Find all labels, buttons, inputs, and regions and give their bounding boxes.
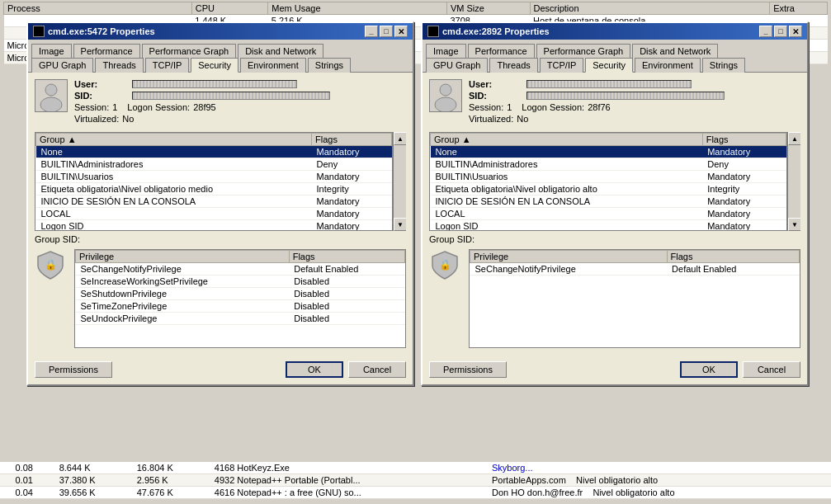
table-row[interactable]: SeIncreaseWorkingSetPrivilege Disabled — [76, 276, 405, 288]
table-row[interactable]: SeChangeNotifyPrivilege Default Enabled — [76, 263, 405, 276]
table-row: 0.04 39.656 K 47.676 K 4616 Notepad++ : … — [0, 487, 831, 499]
virtualized-value: No — [517, 114, 528, 124]
flags-col-header[interactable]: Flags — [702, 134, 786, 146]
privilege-table: Privilege Flags SeChangeNotifyPrivilege … — [470, 250, 800, 276]
table-row[interactable]: SeUndockPrivilege Disabled — [76, 313, 405, 325]
table-row[interactable]: Etiqueta obligatoria\Nivel obligatorio m… — [36, 183, 392, 195]
user-row: User: — [469, 79, 800, 89]
tab-performance-graph[interactable]: Performance Graph — [536, 44, 631, 58]
table-row[interactable]: None Mandatory — [36, 146, 392, 158]
svg-point-0 — [45, 84, 57, 96]
maximize-button[interactable]: □ — [774, 26, 787, 37]
table-row[interactable]: SeTimeZonePrivilege Disabled — [76, 300, 405, 313]
scroll-up-btn[interactable]: ▲ — [394, 132, 406, 145]
tab-gpu-graph[interactable]: GPU Graph — [426, 58, 488, 73]
flags-col-header[interactable]: Flags — [312, 134, 392, 146]
svg-text:🔒: 🔒 — [439, 258, 451, 271]
dialog1-titlebar[interactable]: cmd.exe:5472 Properties _ □ ✕ — [28, 23, 413, 40]
tab-strings[interactable]: Strings — [308, 58, 351, 73]
dialog2-tabs-row1: Image Performance Performance Graph Disk… — [423, 40, 807, 57]
tab-performance[interactable]: Performance — [73, 44, 140, 58]
privilege-flags-header[interactable]: Flags — [289, 251, 404, 263]
tab-tcpip[interactable]: TCP/IP — [145, 58, 189, 73]
tab-security[interactable]: Security — [585, 58, 633, 73]
person-icon — [35, 80, 67, 111]
scroll-up-btn[interactable]: ▲ — [788, 132, 800, 145]
tab-strings[interactable]: Strings — [702, 58, 745, 73]
tab-tcpip[interactable]: TCP/IP — [540, 58, 583, 73]
scroll-track — [788, 145, 800, 218]
ok-button[interactable]: OK — [286, 361, 343, 378]
col-desc: Description — [530, 2, 770, 15]
tab-image[interactable]: Image — [426, 44, 466, 58]
close-button[interactable]: ✕ — [789, 26, 802, 37]
privilege-col-header[interactable]: Privilege — [470, 251, 668, 263]
cancel-button[interactable]: Cancel — [743, 361, 800, 378]
scroll-track — [394, 145, 406, 218]
table-row[interactable]: Etiqueta obligatoria\Nivel obligatorio a… — [431, 183, 786, 195]
table-row[interactable]: LOCAL Mandatory — [36, 208, 392, 220]
logon-label: Logon Session: — [127, 102, 190, 112]
scroll-down-btn[interactable]: ▼ — [394, 218, 406, 231]
table-row[interactable]: BUILTIN\Administradores Deny — [431, 158, 786, 171]
table-row[interactable]: Logon SID Mandatory — [36, 220, 392, 232]
user-info: User: SID: Session: 1 Logon Session: 28f… — [74, 79, 406, 125]
tab-disk-network[interactable]: Disk and Network — [238, 44, 323, 58]
table-row[interactable]: INICIO DE SESIÓN EN LA CONSOLA Mandatory — [431, 195, 786, 208]
table-row[interactable]: INICIO DE SESIÓN EN LA CONSOLA Mandatory — [36, 195, 392, 208]
col-extra: Extra — [770, 2, 828, 15]
permissions-button[interactable]: Permissions — [429, 361, 507, 378]
permissions-button[interactable]: Permissions — [35, 361, 112, 378]
table-row[interactable]: BUILTIN\Usuarios Mandatory — [431, 171, 786, 183]
table-row[interactable]: SeShutdownPrivilege Disabled — [76, 288, 405, 300]
close-button[interactable]: ✕ — [394, 26, 408, 37]
minimize-button[interactable]: _ — [365, 26, 378, 37]
table-row[interactable]: SeChangeNotifyPrivilege Default Enabled — [470, 263, 800, 276]
sid-row: SID: — [74, 91, 406, 101]
group-col-header[interactable]: Group ▲ — [431, 134, 703, 146]
virtualized-row: Virtualized: No — [74, 114, 406, 124]
col-mem: Mem Usage — [268, 2, 447, 15]
tab-image[interactable]: Image — [31, 44, 72, 58]
table-row[interactable]: BUILTIN\Usuarios Mandatory — [36, 171, 392, 183]
tab-gpu-graph[interactable]: GPU Graph — [31, 58, 93, 73]
privilege-col-header[interactable]: Privilege — [76, 251, 290, 263]
maximize-button[interactable]: □ — [380, 26, 393, 37]
minimize-button[interactable]: _ — [759, 26, 772, 37]
tab-performance[interactable]: Performance — [468, 44, 535, 58]
user-value-bar — [526, 80, 692, 88]
table-row[interactable]: Logon SID Mandatory — [431, 220, 786, 232]
dialog1-content: User: SID: Session: 1 Logon Session: 28f… — [28, 73, 413, 358]
group-col-header[interactable]: Group ▲ — [36, 134, 312, 146]
svg-point-4 — [435, 97, 456, 111]
tab-environment[interactable]: Environment — [240, 58, 306, 73]
user-section: User: SID: Session: 1 Logon Session: 28f… — [429, 79, 800, 125]
group-scrollbar[interactable]: ▲ ▼ — [393, 132, 406, 231]
tab-security[interactable]: Security — [191, 58, 238, 73]
tab-environment[interactable]: Environment — [635, 58, 701, 73]
user-icon — [429, 79, 462, 112]
group-scrollbar[interactable]: ▲ ▼ — [787, 132, 800, 231]
dialog2-titlebar[interactable]: cmd.exe:2892 Properties _ □ ✕ — [423, 23, 807, 40]
privilege-table-wrapper: Privilege Flags SeChangeNotifyPrivilege … — [74, 249, 406, 348]
tab-disk-network[interactable]: Disk and Network — [632, 44, 718, 58]
table-row[interactable]: None Mandatory — [431, 146, 786, 158]
dialog2-footer-buttons: OK Cancel — [680, 361, 800, 378]
table-row[interactable]: LOCAL Mandatory — [431, 208, 786, 220]
tab-threads[interactable]: Threads — [95, 58, 143, 73]
svg-text:🔒: 🔒 — [45, 258, 57, 271]
dialog2-tabs-row2: GPU Graph Threads TCP/IP Security Enviro… — [423, 57, 807, 73]
sid-label: SID: — [469, 91, 526, 101]
table-row[interactable]: BUILTIN\Administradores Deny — [36, 158, 392, 171]
tab-performance-graph[interactable]: Performance Graph — [142, 44, 237, 58]
logon-value: 28f76 — [588, 102, 611, 112]
logon-value: 28f95 — [193, 102, 216, 112]
privilege-table: Privilege Flags SeChangeNotifyPrivilege … — [75, 250, 405, 325]
ok-button[interactable]: OK — [680, 361, 738, 378]
scroll-down-btn[interactable]: ▼ — [788, 218, 800, 231]
tab-threads[interactable]: Threads — [489, 58, 537, 73]
user-row: User: — [74, 79, 406, 89]
cancel-button[interactable]: Cancel — [348, 361, 406, 378]
privilege-flags-header[interactable]: Flags — [667, 251, 799, 263]
security-icon-area: 🔒 — [35, 249, 69, 348]
